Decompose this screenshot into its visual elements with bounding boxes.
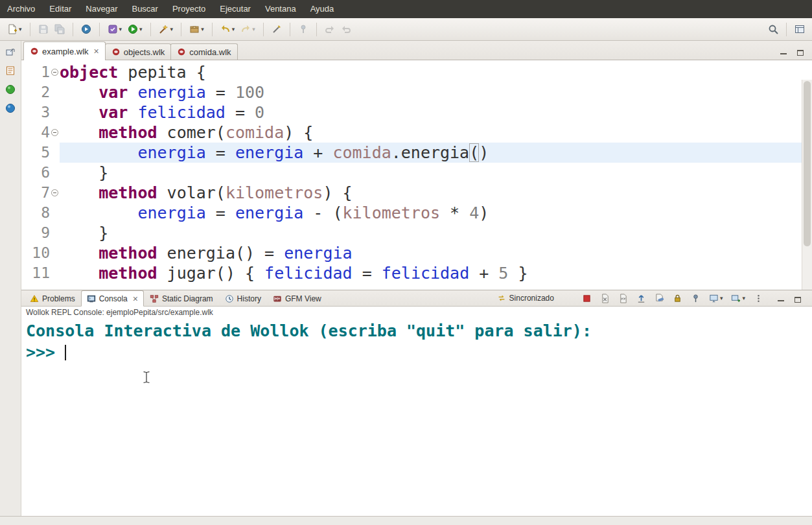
code-line-11[interactable]: 11 method jugar() { felicidad = felicida…: [21, 263, 802, 283]
minimize-icon: [780, 53, 787, 54]
menu-editar[interactable]: Editar: [42, 0, 78, 18]
last-edit-location-button[interactable]: [270, 22, 284, 36]
debug-last-button[interactable]: [79, 22, 93, 36]
menu-ayuda[interactable]: Ayuda: [303, 0, 342, 18]
code-token: ): [479, 204, 489, 222]
console-output[interactable]: Consola Interactiva de Wollok (escriba "…: [21, 319, 812, 516]
maximize-editor-button[interactable]: [795, 47, 806, 56]
code-token: felicidad: [137, 103, 225, 122]
code-line-4[interactable]: 4 method comer(comida) {: [21, 122, 802, 143]
editor-tab-comida-wlk[interactable]: comida.wlk: [170, 43, 237, 60]
code-text: object pepita {: [60, 62, 802, 82]
editor-tab-example-wlk[interactable]: example.wlk×: [23, 41, 106, 60]
fold-column: [50, 163, 60, 183]
code-line-2[interactable]: 2 var energia = 100: [21, 82, 802, 102]
minimize-editor-button[interactable]: [778, 47, 789, 56]
console-window-buttons: [776, 294, 809, 303]
code-token: 4: [469, 204, 479, 222]
view-tab-problems[interactable]: Problems: [24, 291, 81, 306]
open-console-button[interactable]: ▾: [729, 292, 747, 305]
dropdown-caret-icon: ▾: [742, 296, 745, 301]
menu-ejecutar[interactable]: Ejecutar: [213, 0, 258, 18]
run-config-button[interactable]: ▾: [106, 22, 124, 36]
scrollbar-thumb[interactable]: [804, 81, 811, 246]
minimize-console-button[interactable]: [776, 294, 786, 303]
search-button[interactable]: [766, 22, 780, 36]
editor-scrollbar[interactable]: [802, 80, 812, 290]
code-line-1[interactable]: 1object pepita {: [21, 62, 802, 82]
menu-buscar[interactable]: Buscar: [124, 0, 165, 18]
code-token: [128, 103, 137, 122]
code-token: felicidad: [264, 264, 352, 283]
minimized-outline-button[interactable]: [3, 64, 18, 78]
code-token: *: [440, 204, 469, 222]
code-line-6[interactable]: 6 }: [21, 163, 802, 183]
code-token: comer(: [157, 123, 226, 142]
code-token: =: [206, 83, 235, 102]
view-tab-consola[interactable]: Consola×: [81, 290, 144, 307]
menu-ventana[interactable]: Ventana: [258, 0, 303, 18]
pin-editor-button[interactable]: [296, 22, 310, 36]
view-tab-history[interactable]: History: [219, 291, 267, 306]
console-prompt-line[interactable]: >>>: [26, 342, 812, 363]
terminate-button[interactable]: [580, 292, 594, 305]
history-icon: [225, 294, 234, 303]
code-token: energia: [137, 83, 205, 102]
lock-icon: [673, 294, 682, 303]
view-menu-button[interactable]: [752, 292, 765, 305]
code-line-9[interactable]: 9 }: [21, 223, 802, 243]
dropdown-caret-icon: ▾: [19, 27, 22, 32]
menu-proyecto[interactable]: Proyecto: [165, 0, 213, 18]
back-button[interactable]: ▾: [218, 22, 237, 36]
open-perspective-button[interactable]: [793, 22, 807, 36]
clear-console-button[interactable]: [653, 292, 666, 305]
code-line-7[interactable]: 7 method volar(kilometros) {: [21, 183, 802, 203]
code-editor[interactable]: 1object pepita {2 var energia = 1003 var…: [21, 60, 812, 290]
fold-column: [50, 143, 60, 163]
save-button[interactable]: [36, 22, 51, 36]
code-token: ): [479, 143, 489, 162]
code-line-5[interactable]: 5 energia = energia + comida.energia(): [21, 143, 802, 163]
save-all-button[interactable]: [52, 22, 67, 36]
close-tab-button[interactable]: ×: [94, 47, 99, 56]
restore-trim-button[interactable]: [3, 45, 18, 59]
external-tools-button[interactable]: ▾: [157, 22, 176, 36]
dropdown-caret-icon: ▾: [139, 27, 143, 32]
remove-launch-button[interactable]: [598, 292, 612, 305]
scroll-lock-button[interactable]: [671, 292, 684, 305]
fold-collapse-icon[interactable]: [51, 129, 58, 136]
code-token: =: [226, 103, 255, 122]
close-tab-button[interactable]: ×: [133, 294, 138, 303]
minimized-view-green-button[interactable]: [3, 82, 18, 97]
view-tab-static-diagram[interactable]: Static Diagram: [144, 291, 219, 306]
sync-status[interactable]: Sincronizado: [497, 294, 554, 303]
code-line-10[interactable]: 10 method energia() = energia: [21, 243, 802, 263]
next-annotation-button[interactable]: [323, 22, 337, 36]
console-icon: [87, 294, 96, 303]
export-console-button[interactable]: [634, 292, 648, 305]
editor-tab-objects-wlk[interactable]: objects.wlk: [105, 43, 172, 60]
code-line-8[interactable]: 8 energia = energia - (kilometros * 4): [21, 203, 802, 223]
previous-annotation-button[interactable]: [339, 22, 353, 36]
toolbar-separator: [290, 23, 290, 36]
code-token: ) {: [284, 123, 313, 142]
view-tab-gfm-view[interactable]: GFM View: [267, 291, 327, 306]
run-button[interactable]: ▾: [126, 22, 145, 36]
new-project-button[interactable]: ▾: [187, 22, 206, 36]
dropdown-caret-icon: ▾: [201, 27, 204, 32]
menu-archivo[interactable]: Archivo: [0, 0, 42, 18]
minimized-view-blue-button[interactable]: [3, 101, 18, 115]
forward-button[interactable]: ▾: [238, 22, 257, 36]
fold-collapse-icon[interactable]: [51, 69, 58, 76]
pin-icon: [298, 24, 308, 34]
pin-console-button[interactable]: [689, 292, 702, 305]
toolbar-separator: [786, 23, 787, 36]
menu-navegar[interactable]: Navegar: [78, 0, 124, 18]
remove-all-terminated-button[interactable]: [616, 292, 630, 305]
display-selected-console-button[interactable]: ▾: [707, 292, 725, 305]
code-line-3[interactable]: 3 var felicidad = 0: [21, 102, 802, 122]
maximize-console-button[interactable]: [793, 294, 803, 303]
toolbar-left: ▾▾▾▾▾▾▾: [5, 22, 353, 36]
fold-collapse-icon[interactable]: [51, 189, 58, 196]
new-wizard-button[interactable]: ▾: [5, 22, 24, 36]
